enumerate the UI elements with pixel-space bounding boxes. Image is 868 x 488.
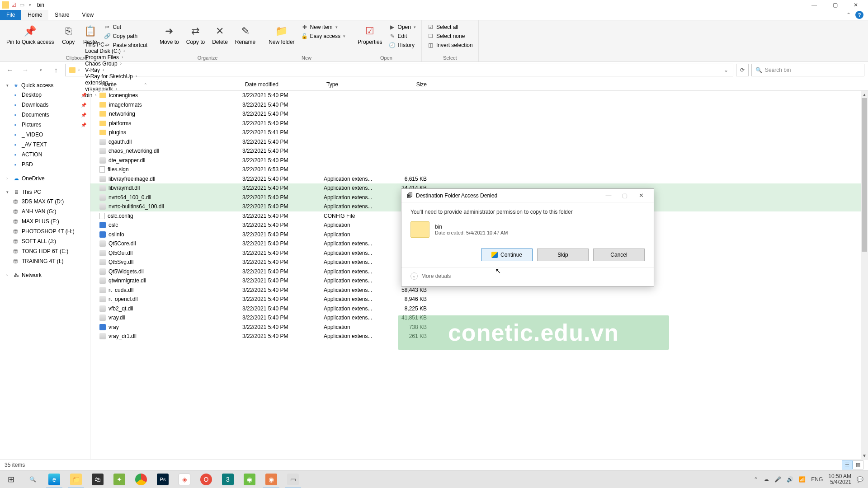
file-row[interactable]: vfb2_qt.dll3/22/2021 5:40 PMApplication … xyxy=(90,304,868,314)
delete-button[interactable]: ✕Delete xyxy=(209,22,231,47)
copy-path-button[interactable]: 🔗Copy path xyxy=(102,32,149,40)
file-row[interactable]: rt_opencl.dll3/22/2021 5:40 PMApplicatio… xyxy=(90,295,868,304)
taskbar-explorer[interactable]: 📁 xyxy=(65,470,87,488)
tray-volume-icon[interactable]: 🔊 xyxy=(787,476,793,483)
dialog-minimize-button[interactable]: — xyxy=(600,189,617,202)
taskbar-chrome[interactable] xyxy=(130,470,152,488)
qat-dropdown-icon[interactable]: ▾ xyxy=(26,1,33,9)
col-name[interactable]: Name⌃ xyxy=(99,81,242,88)
rename-button[interactable]: ✎Rename xyxy=(232,22,258,47)
view-details-button[interactable]: ☰ xyxy=(842,460,853,469)
scroll-down-icon[interactable]: ▼ xyxy=(861,452,868,459)
taskbar-edge[interactable]: e xyxy=(43,470,65,488)
file-row[interactable]: rt_cuda.dll3/22/2021 5:40 PMApplication … xyxy=(90,286,868,295)
breadcrumb-segment[interactable]: Program Files› xyxy=(83,54,140,61)
move-to-button[interactable]: ➜Move to xyxy=(157,22,182,47)
cut-button[interactable]: ✂Cut xyxy=(102,23,149,31)
qat-new-icon[interactable]: ▭ xyxy=(18,1,25,9)
start-button[interactable]: ⊞ xyxy=(0,470,22,488)
file-row[interactable]: chaos_networking.dll3/22/2021 5:40 PM xyxy=(90,146,868,156)
ribbon-collapse-icon[interactable]: ⌃ xyxy=(846,12,851,18)
taskbar-sketchup[interactable]: ◈ xyxy=(174,470,195,488)
qat-properties-icon[interactable]: ☑ xyxy=(10,1,17,9)
taskbar-app-green[interactable]: ✦ xyxy=(108,470,130,488)
tray-notifications-icon[interactable]: 💬 xyxy=(857,476,863,483)
file-row[interactable]: vray_dr1.dll3/22/2021 5:40 PMApplication… xyxy=(90,332,868,341)
tab-file[interactable]: File xyxy=(0,10,21,20)
sidebar-item[interactable]: ▪Pictures📌 xyxy=(0,120,90,130)
breadcrumb-segment[interactable]: Local Disk (C:)› xyxy=(83,48,140,54)
taskbar-opera[interactable]: O xyxy=(195,470,217,488)
taskbar-camtasia2[interactable]: ◉ xyxy=(260,470,282,488)
properties-button[interactable]: ☑Properties xyxy=(355,22,385,47)
sidebar-item[interactable]: ▪PSD xyxy=(0,160,90,169)
tray-overflow-icon[interactable]: ⌃ xyxy=(754,476,758,483)
sidebar-drive[interactable]: ⛃TRAINING 4T (I:) xyxy=(0,256,90,266)
scroll-thumb[interactable] xyxy=(862,98,867,252)
select-all-button[interactable]: ☑Select all xyxy=(425,23,475,31)
copy-button[interactable]: ⎘Copy xyxy=(58,22,78,47)
nav-up-button[interactable]: ↑ xyxy=(50,64,62,76)
taskbar-store[interactable]: 🛍 xyxy=(87,470,108,488)
tab-home[interactable]: Home xyxy=(21,10,48,20)
breadcrumb-segment[interactable]: Chaos Group› xyxy=(83,61,140,67)
sidebar-item[interactable]: ▪_ VIDEO xyxy=(0,130,90,140)
taskbar-3dsmax[interactable]: 3 xyxy=(217,470,239,488)
dialog-close-button[interactable]: ✕ xyxy=(633,189,649,202)
tray-cloud-icon[interactable]: ☁ xyxy=(764,476,769,483)
window-close-button[interactable]: ✕ xyxy=(845,0,866,10)
window-minimize-button[interactable]: — xyxy=(804,0,825,10)
sidebar-drive[interactable]: ⛃ANH VAN (G:) xyxy=(0,206,90,216)
tab-share[interactable]: Share xyxy=(48,10,75,20)
search-input[interactable] xyxy=(765,67,860,73)
tray-wifi-icon[interactable]: 📶 xyxy=(799,476,806,483)
tray-clock[interactable]: 10:50 AM 5/4/2021 xyxy=(828,474,851,485)
breadcrumb-dropdown-icon[interactable]: ⌄ xyxy=(721,67,731,73)
sidebar-item[interactable]: ▪_AV TEXT xyxy=(0,140,90,150)
scroll-up-icon[interactable]: ▲ xyxy=(861,91,868,98)
breadcrumb-segment[interactable]: This PC› xyxy=(83,42,140,48)
col-type[interactable]: Type xyxy=(324,81,392,88)
file-row[interactable]: libvrayfreeimage.dll3/22/2021 5:40 PMApp… xyxy=(90,174,868,184)
sidebar-drive[interactable]: ⛃MAX PLUS (F:) xyxy=(0,216,90,226)
edit-button[interactable]: ✎Edit xyxy=(387,32,418,40)
view-icons-button[interactable]: ▦ xyxy=(853,460,863,469)
copy-to-button[interactable]: ⇄Copy to xyxy=(184,22,208,47)
breadcrumb[interactable]: › This PC›Local Disk (C:)›Program Files›… xyxy=(65,64,733,76)
nav-recent-button[interactable]: ▾ xyxy=(34,64,47,76)
sidebar-drive[interactable]: ⛃PHOTOSHOP 4T (H:) xyxy=(0,226,90,236)
refresh-button[interactable]: ⟳ xyxy=(736,64,749,76)
nav-forward-button[interactable]: → xyxy=(19,64,32,76)
taskbar-app-misc[interactable]: ▭ xyxy=(282,470,304,488)
pin-quick-access-button[interactable]: 📌Pin to Quick access xyxy=(4,22,57,47)
taskbar-photoshop[interactable]: Ps xyxy=(152,470,174,488)
window-maximize-button[interactable]: ▢ xyxy=(825,0,845,10)
sidebar-item[interactable]: ▪Downloads📌 xyxy=(0,100,90,110)
file-row[interactable]: vray3/22/2021 5:40 PMApplication738 KB xyxy=(90,323,868,332)
scrollbar[interactable]: ▲ ▼ xyxy=(861,91,868,459)
sidebar-item[interactable]: ▪ACTION xyxy=(0,150,90,160)
new-folder-button[interactable]: 📁New folder xyxy=(266,22,297,47)
file-row[interactable]: networking3/22/2021 5:40 PM xyxy=(90,109,868,119)
tray-mic-icon[interactable]: 🎤 xyxy=(774,476,781,483)
file-row[interactable]: iconengines3/22/2021 5:40 PM xyxy=(90,91,868,100)
sidebar-item[interactable]: ▪Desktop📌 xyxy=(0,90,90,100)
col-modified[interactable]: Date modified xyxy=(242,81,324,88)
sidebar-quick-access[interactable]: ▾★Quick access xyxy=(0,81,90,90)
file-row[interactable]: cgauth.dll3/22/2021 5:40 PM xyxy=(90,137,868,147)
sidebar-this-pc[interactable]: ▾🖥This PC xyxy=(0,188,90,197)
tab-view[interactable]: View xyxy=(75,10,100,20)
open-button[interactable]: ▶Open▾ xyxy=(387,23,418,31)
file-row[interactable]: imageformats3/22/2021 5:40 PM xyxy=(90,100,868,110)
nav-back-button[interactable]: ← xyxy=(4,64,16,76)
file-row[interactable]: vray.dll3/22/2021 5:40 PMApplication ext… xyxy=(90,313,868,323)
col-size[interactable]: Size xyxy=(392,81,432,88)
sidebar-drive[interactable]: ⛃3DS MAX 6T (D:) xyxy=(0,197,90,206)
sidebar-drive[interactable]: ⛃TONG HOP 6T (E:) xyxy=(0,246,90,256)
taskbar-search-button[interactable]: 🔍 xyxy=(22,470,43,488)
sidebar-onedrive[interactable]: ›☁OneDrive xyxy=(0,174,90,183)
more-details-toggle[interactable]: ⌄ More details xyxy=(401,267,654,286)
search-box[interactable]: 🔍 xyxy=(751,64,864,76)
file-row[interactable]: platforms3/22/2021 5:40 PM xyxy=(90,119,868,128)
file-row[interactable]: dte_wrapper.dll3/22/2021 5:40 PM xyxy=(90,156,868,165)
